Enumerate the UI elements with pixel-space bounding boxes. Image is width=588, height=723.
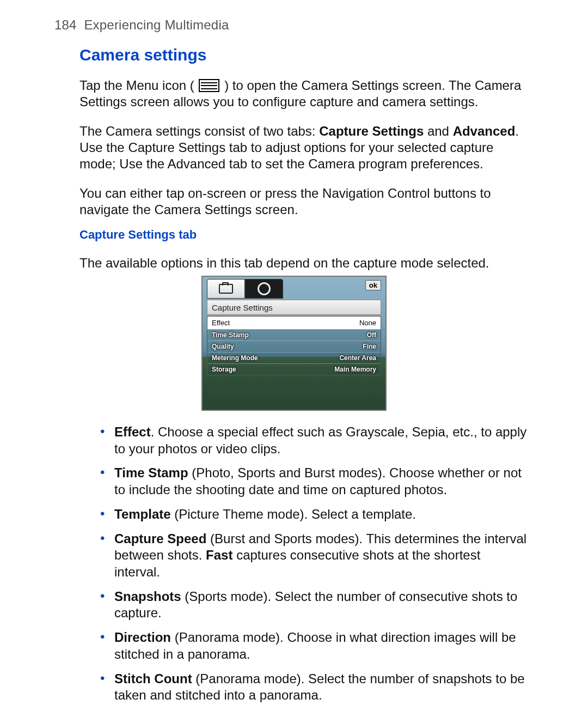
subsection-title: Capture Settings tab [54,228,534,242]
camera-icon [219,284,233,294]
list-item: Effect. Choose a special effect such as … [114,424,528,457]
setting-label: Storage [212,366,236,373]
running-header: 184 Experiencing Multimedia [54,17,534,33]
setting-row-metering[interactable]: Metering Mode Center Area [207,352,381,363]
list-item: Capture Speed (Burst and Sports modes). … [114,531,528,581]
panel-title: Capture Settings [207,300,381,315]
setting-value: Fine [363,343,376,350]
setting-value: Off [367,331,376,339]
setting-label: Time Stamp [212,331,249,339]
setting-row-storage[interactable]: Storage Main Memory [207,363,381,375]
page-number: 184 [54,17,77,32]
page: 184 Experiencing Multimedia Camera setti… [0,0,588,723]
paragraph-1: Tap the Menu icon ( ) to open the Camera… [54,77,534,110]
tab-capture[interactable] [207,279,245,299]
subsection-intro: The available options in this tab depend… [54,255,534,271]
setting-value: Main Memory [334,366,376,373]
setting-value: None [359,319,376,327]
setting-row-timestamp[interactable]: Time Stamp Off [207,329,381,341]
setting-label: Effect [212,319,230,327]
list-item: Time Stamp (Photo, Sports and Burst mode… [114,465,528,498]
setting-row-quality[interactable]: Quality Fine [207,341,381,352]
tab-bar [207,279,283,299]
list-item: Stitch Count (Panorama mode). Select the… [114,671,528,704]
setting-row-effect[interactable]: Effect None [207,317,381,329]
paragraph-3: You can either tap on-screen or press th… [54,185,534,218]
gear-icon [258,282,271,295]
menu-icon [199,79,219,92]
figure: ok Capture Settings Effect None [54,276,534,411]
setting-value: Center Area [339,354,376,362]
feature-list: Effect. Choose a special effect such as … [54,424,534,704]
settings-list: Effect None Time Stamp Off Quality Fine … [207,316,381,375]
list-item: Direction (Panorama mode). Choose in wha… [114,629,528,663]
list-item: Snapshots (Sports mode). Select the numb… [114,588,528,622]
device-screenshot: ok Capture Settings Effect None [201,276,387,411]
chapter-title: Experiencing Multimedia [84,17,229,32]
screenshot-bg: ok Capture Settings Effect None [203,277,385,410]
ok-button[interactable]: ok [365,280,381,290]
setting-label: Metering Mode [212,354,258,362]
paragraph-2: The Camera settings consist of two tabs:… [54,123,534,172]
tab-advanced[interactable] [245,279,283,299]
section-title: Camera settings [54,46,534,64]
setting-label: Quality [212,343,234,350]
list-item: Template (Picture Theme mode). Select a … [114,506,528,523]
